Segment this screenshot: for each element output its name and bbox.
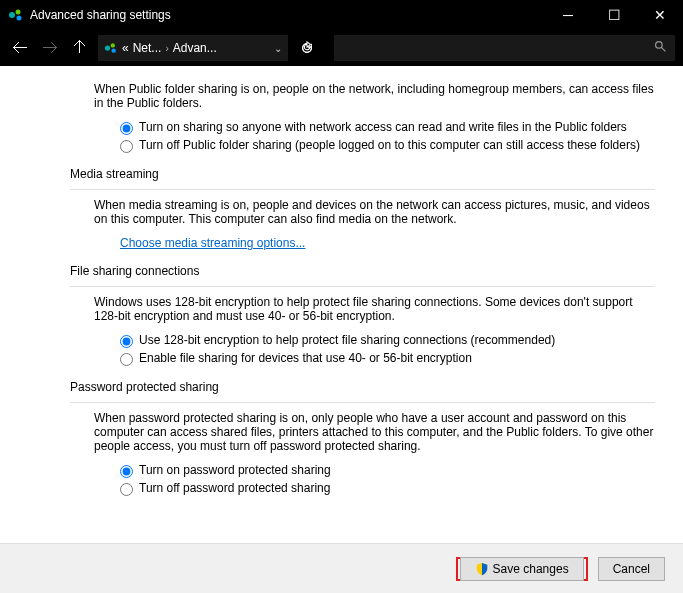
svg-line-7	[661, 47, 665, 51]
svg-point-2	[17, 16, 22, 21]
svg-point-1	[16, 10, 21, 15]
section-heading-filesharing: File sharing connections	[70, 264, 669, 278]
save-button[interactable]: Save changes	[460, 557, 584, 581]
radio-input[interactable]	[120, 335, 133, 348]
forward-button[interactable]: 🡢	[38, 36, 62, 60]
public-folder-intro: When Public folder sharing is on, people…	[94, 82, 654, 110]
divider	[70, 402, 655, 403]
radio-label: Use 128-bit encryption to help protect f…	[139, 333, 555, 347]
close-button[interactable]: ✕	[637, 0, 683, 30]
up-button[interactable]: 🡡	[68, 36, 92, 60]
password-options: Turn on password protected sharing Turn …	[120, 463, 669, 496]
titlebar: Advanced sharing settings ─ ☐ ✕	[0, 0, 683, 30]
chevron-right-icon: ›	[165, 43, 168, 54]
filesharing-options: Use 128-bit encryption to help protect f…	[120, 333, 669, 366]
radio-public-off[interactable]: Turn off Public folder sharing (people l…	[120, 138, 660, 153]
chevron-down-icon[interactable]: ⌄	[274, 43, 282, 54]
media-options-link[interactable]: Choose media streaming options...	[120, 236, 305, 250]
save-label: Save changes	[493, 562, 569, 576]
radio-public-on[interactable]: Turn on sharing so anyone with network a…	[120, 120, 660, 135]
search-icon	[654, 40, 667, 56]
radio-label: Enable file sharing for devices that use…	[139, 351, 472, 365]
window-title: Advanced sharing settings	[30, 8, 545, 22]
radio-input[interactable]	[120, 483, 133, 496]
section-heading-password: Password protected sharing	[70, 380, 669, 394]
svg-point-5	[111, 48, 115, 52]
network-icon	[8, 7, 24, 23]
public-folder-options: Turn on sharing so anyone with network a…	[120, 120, 669, 153]
radio-40bit[interactable]: Enable file sharing for devices that use…	[120, 351, 660, 366]
media-desc: When media streaming is on, people and d…	[94, 198, 654, 226]
shield-icon	[475, 562, 489, 576]
radio-password-off[interactable]: Turn off password protected sharing	[120, 481, 660, 496]
minimize-button[interactable]: ─	[545, 0, 591, 30]
breadcrumb[interactable]: « Net... › Advan... ⌄	[98, 35, 288, 61]
network-icon	[104, 41, 118, 55]
radio-label: Turn on sharing so anyone with network a…	[139, 120, 627, 134]
svg-point-4	[111, 43, 115, 47]
radio-input[interactable]	[120, 122, 133, 135]
radio-128bit[interactable]: Use 128-bit encryption to help protect f…	[120, 333, 660, 348]
svg-point-0	[9, 12, 15, 18]
divider	[70, 189, 655, 190]
breadcrumb-item[interactable]: Net...	[133, 41, 162, 55]
cancel-button[interactable]: Cancel	[598, 557, 665, 581]
radio-input[interactable]	[120, 465, 133, 478]
back-button[interactable]: 🡠	[8, 36, 32, 60]
radio-input[interactable]	[120, 353, 133, 366]
svg-point-3	[105, 45, 110, 50]
radio-label: Turn off Public folder sharing (people l…	[139, 138, 640, 152]
radio-label: Turn on password protected sharing	[139, 463, 331, 477]
radio-password-on[interactable]: Turn on password protected sharing	[120, 463, 660, 478]
breadcrumb-item[interactable]: Advan...	[173, 41, 217, 55]
section-heading-media: Media streaming	[70, 167, 669, 181]
breadcrumb-prefix: «	[122, 41, 129, 55]
svg-point-6	[656, 42, 663, 49]
filesharing-desc: Windows uses 128-bit encryption to help …	[94, 295, 654, 323]
content-area: When Public folder sharing is on, people…	[0, 66, 683, 543]
maximize-button[interactable]: ☐	[591, 0, 637, 30]
save-button-highlight: Save changes	[456, 557, 588, 581]
footer: Save changes Cancel	[0, 543, 683, 593]
radio-input[interactable]	[120, 140, 133, 153]
search-input[interactable]	[334, 35, 675, 61]
radio-label: Turn off password protected sharing	[139, 481, 330, 495]
password-desc: When password protected sharing is on, o…	[94, 411, 654, 453]
navbar: 🡠 🡢 🡡 « Net... › Advan... ⌄	[0, 30, 683, 66]
divider	[70, 286, 655, 287]
refresh-button[interactable]	[294, 35, 320, 61]
